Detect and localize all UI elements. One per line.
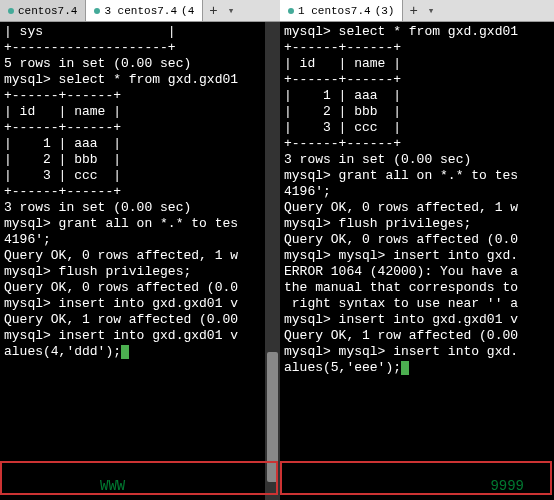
left-pane: centos7.4 3 centos7.4 (4 + ▾ | sys |+---… [0, 0, 280, 500]
terminal-line: +------+------+ [284, 136, 550, 152]
terminal-line: +------+------+ [4, 184, 276, 200]
terminal-line: Query OK, 1 row affected (0.00 [4, 312, 276, 328]
add-tab-button[interactable]: + [203, 3, 223, 19]
terminal-line: +------+------+ [4, 120, 276, 136]
left-scrollbar[interactable] [265, 22, 280, 500]
terminal-line: mysql> flush privileges; [4, 264, 276, 280]
terminal-line: 4196'; [284, 184, 550, 200]
scrollbar-thumb[interactable] [267, 352, 278, 482]
cursor-icon [401, 361, 409, 375]
tab-suffix: (4 [181, 5, 194, 17]
chevron-down-icon[interactable]: ▾ [224, 4, 239, 17]
terminal-line: mysql> flush privileges; [284, 216, 550, 232]
terminal-line: | 2 | bbb | [284, 104, 550, 120]
terminal-line: | 1 | aaa | [4, 136, 276, 152]
tab-label: centos7.4 [18, 5, 77, 17]
terminal-line: mysql> insert into gxd.gxd01 v [284, 312, 550, 328]
terminal-line: +------+------+ [4, 88, 276, 104]
terminal-line: | 3 | ccc | [4, 168, 276, 184]
terminal-line: mysql> grant all on *.* to tes [284, 168, 550, 184]
terminal-line: 5 rows in set (0.00 sec) [4, 56, 276, 72]
terminal-line: Query OK, 0 rows affected, 1 w [4, 248, 276, 264]
left-tabbar: centos7.4 3 centos7.4 (4 + ▾ [0, 0, 280, 22]
terminal-line: | id | name | [4, 104, 276, 120]
terminal-line: Query OK, 0 rows affected (0.0 [4, 280, 276, 296]
right-pane: 1 centos7.4 (3) + ▾ mysql> select * from… [280, 0, 554, 500]
terminal-line: mysql> insert into gxd.gxd01 v [4, 296, 276, 312]
terminal-line: the manual that corresponds to [284, 280, 550, 296]
status-dot-icon [94, 8, 100, 14]
terminal-line: mysql> select * from gxd.gxd01 [4, 72, 276, 88]
tab-label: 3 centos7.4 [104, 5, 177, 17]
terminal-line: +--------------------+ [4, 40, 276, 56]
tab-centos-1[interactable]: centos7.4 [0, 0, 86, 21]
status-dot-icon [288, 8, 294, 14]
terminal-line: right syntax to use near '' a [284, 296, 550, 312]
split-container: centos7.4 3 centos7.4 (4 + ▾ | sys |+---… [0, 0, 554, 500]
tab-centos-3[interactable]: 3 centos7.4 (4 [86, 0, 203, 21]
terminal-line: +------+------+ [284, 40, 550, 56]
terminal-line: mysql> select * from gxd.gxd01 [284, 24, 550, 40]
terminal-line: 3 rows in set (0.00 sec) [284, 152, 550, 168]
terminal-line: Query OK, 1 row affected (0.00 [284, 328, 550, 344]
status-dot-icon [8, 8, 14, 14]
terminal-line: | id | name | [284, 56, 550, 72]
terminal-line: alues(4,'ddd'); [4, 344, 276, 360]
terminal-line: Query OK, 0 rows affected, 1 w [284, 200, 550, 216]
terminal-line: | 2 | bbb | [4, 152, 276, 168]
add-tab-button[interactable]: + [403, 3, 423, 19]
cursor-icon [121, 345, 129, 359]
terminal-line: | sys | [4, 24, 276, 40]
terminal-line: ERROR 1064 (42000): You have a [284, 264, 550, 280]
terminal-line: Query OK, 0 rows affected (0.0 [284, 232, 550, 248]
tab-suffix: (3) [375, 5, 395, 17]
terminal-line: 3 rows in set (0.00 sec) [4, 200, 276, 216]
terminal-line: | 3 | ccc | [284, 120, 550, 136]
terminal-line: 4196'; [4, 232, 276, 248]
terminal-line: +------+------+ [284, 72, 550, 88]
terminal-line: mysql> mysql> insert into gxd. [284, 344, 550, 360]
terminal-line: mysql> grant all on *.* to tes [4, 216, 276, 232]
right-tabbar: 1 centos7.4 (3) + ▾ [280, 0, 554, 22]
terminal-line: | 1 | aaa | [284, 88, 550, 104]
terminal-line: mysql> insert into gxd.gxd01 v [4, 328, 276, 344]
left-terminal[interactable]: | sys |+--------------------+5 rows in s… [0, 22, 280, 500]
chevron-down-icon[interactable]: ▾ [424, 4, 439, 17]
right-terminal[interactable]: mysql> select * from gxd.gxd01+------+--… [280, 22, 554, 500]
terminal-line: alues(5,'eee'); [284, 360, 550, 376]
terminal-line: mysql> mysql> insert into gxd. [284, 248, 550, 264]
tab-label: 1 centos7.4 [298, 5, 371, 17]
tab-centos-r1[interactable]: 1 centos7.4 (3) [280, 0, 403, 21]
